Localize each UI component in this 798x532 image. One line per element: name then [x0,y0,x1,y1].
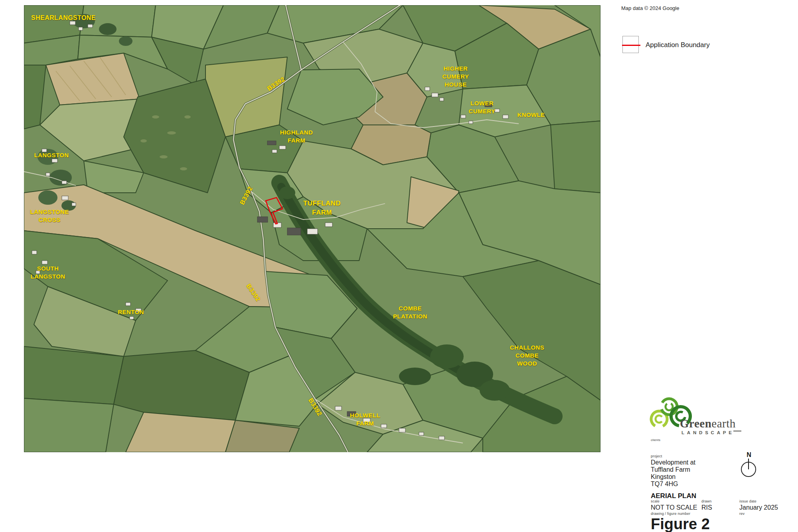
drawn-label: drawn [701,499,712,503]
logo-word-green: Green [680,417,711,430]
legend-boundary-swatch [622,36,639,53]
figure-number-label: drawing / figure number [651,512,690,516]
map-label-challons-combe-wood: CHALLONSCOMBEWOOD [510,344,545,368]
logo-rule [733,431,741,431]
map-label-holwell-farm: HOLWELLFARM [350,411,380,427]
map-label-highland-farm: HIGHLANDFARM [280,129,313,144]
map-label-langstone-cross: LANGSTONECROSS [30,208,69,224]
rev-label: rev [739,512,745,516]
greenearth-logo: Greenearth LANDSCAPE [650,393,743,438]
project-address: Development at Tuffland Farm Kingston TQ… [651,459,695,488]
project-line-3: Kingston [651,473,695,481]
legend-label: Application Boundary [646,41,710,49]
north-arrow-label: N [745,451,753,459]
logo-word-earth: earth [711,417,735,430]
drawing-title: AERIAL PLAN [651,492,696,500]
project-line-1: Development at [651,459,695,466]
map-label-tuffland-farm: TUFFLANDFARM [303,199,341,217]
greenearth-logo-wordmark: Greenearth [680,417,736,430]
project-line-4: TQ7 4HG [651,481,695,488]
project-label: project [651,454,662,458]
map-label-shearlangstone: SHEARLANGSTONE [31,14,96,22]
legend-boundary-line [622,45,640,46]
scale-label: scale [651,499,660,503]
map-label-higher-cumery-house: HIGHERCUMERYHOUSE [442,65,469,89]
issue-date-value: January 2025 [739,504,778,511]
project-line-2: Tuffland Farm [651,466,695,473]
map-label-combe-platation: COMBEPLATATION [393,305,427,320]
aerial-map: SHEARLANGSTONEB3392HIGHERCUMERYHOUSELOWE… [24,5,600,452]
map-label-renton: RENTON [118,308,144,316]
map-label-langston: LANGSTON [34,151,69,159]
application-boundary [24,5,600,452]
scale-value: NOT TO SCALE [651,504,697,511]
map-label-lower-cumery: LOWERCUMERY [469,99,496,115]
aerial-plan-document: SHEARLANGSTONEB3392HIGHERCUMERYHOUSELOWE… [0,0,798,532]
figure-number: Figure 2 [651,516,710,532]
issue-date-label: issue date [739,499,757,503]
map-label-south-langston: SOUTHLANGSTON [30,265,65,281]
clients-label: clients [651,438,660,442]
drawn-value: RIS [701,504,712,511]
greenearth-logo-subtitle: LANDSCAPE [681,430,735,435]
map-attribution: Map data © 2024 Google [621,5,679,11]
north-arrow-icon [741,462,756,477]
map-label-knowle: KNOWLE [517,111,545,119]
